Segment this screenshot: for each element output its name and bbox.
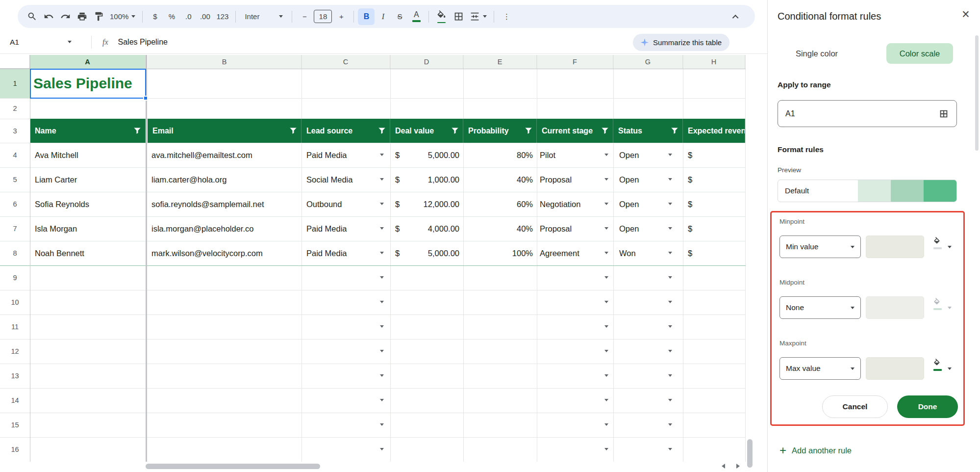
table-header-email[interactable]: Email <box>148 119 302 143</box>
cell-expected-revenue[interactable]: $4,000.00 <box>683 143 745 167</box>
dropdown-chevron-icon[interactable] <box>668 154 672 156</box>
table-header-status[interactable]: Status <box>613 119 683 143</box>
preview-style-dropdown[interactable]: Default <box>778 180 957 202</box>
tab-color-scale[interactable]: Color scale <box>886 43 953 64</box>
cancel-button[interactable]: Cancel <box>822 395 888 418</box>
name-box[interactable]: A1 <box>0 38 91 47</box>
text-color-button[interactable]: A <box>408 8 425 25</box>
cell-email[interactable]: ava.mitchell@emailtest.com <box>148 143 302 167</box>
scroll-right-icon[interactable] <box>736 464 740 469</box>
grid-corner[interactable] <box>0 55 30 69</box>
cell-current-stage[interactable]: Proposal <box>537 167 613 192</box>
dropdown-chevron-icon[interactable] <box>604 252 608 254</box>
dropdown-chevron-icon[interactable] <box>668 350 672 352</box>
row-header-2[interactable]: 2 <box>0 98 30 119</box>
format-percent-button[interactable]: % <box>163 8 180 25</box>
dropdown-chevron-icon[interactable] <box>380 301 384 303</box>
paint-format-button[interactable] <box>90 8 107 25</box>
panel-scrollbar[interactable] <box>975 35 979 151</box>
dropdown-chevron-icon[interactable] <box>604 154 608 156</box>
table-header-expected-revenue[interactable]: Expected revenue <box>683 119 745 143</box>
midpoint-select[interactable]: None <box>779 296 861 319</box>
chevron-down-icon[interactable] <box>948 246 952 248</box>
cell-lead-source[interactable]: Paid Media <box>302 241 390 265</box>
cell-email[interactable]: isla.morgan@placeholder.co <box>148 216 302 241</box>
row-header-8[interactable]: 8 <box>0 241 30 265</box>
fill-color-button[interactable] <box>433 8 450 25</box>
table-header-probability[interactable]: Probability <box>463 119 537 143</box>
cell-status[interactable]: Won <box>613 241 683 265</box>
cell-deal-value[interactable]: $1,000.00 <box>390 167 463 192</box>
minpoint-fill-color-icon[interactable] <box>931 237 944 249</box>
dropdown-chevron-icon[interactable] <box>668 203 672 205</box>
dropdown-chevron-icon[interactable] <box>380 227 384 230</box>
minpoint-select[interactable]: Min value <box>779 236 861 258</box>
chevron-down-icon[interactable] <box>948 367 952 370</box>
hide-menus-button[interactable] <box>728 8 744 25</box>
cell-deal-value[interactable]: $4,000.00 <box>390 216 463 241</box>
cell-a1-title[interactable]: Sales Pipeline <box>30 69 146 98</box>
table-header-lead-source[interactable]: Lead source <box>302 119 390 143</box>
decrease-decimal-button[interactable]: .0 <box>180 8 197 25</box>
minpoint-color-swatch[interactable] <box>866 236 924 258</box>
dropdown-chevron-icon[interactable] <box>604 423 608 426</box>
horizontal-scrollbar[interactable] <box>146 464 320 469</box>
cell-name[interactable]: Isla Morgan <box>30 216 146 241</box>
dropdown-chevron-icon[interactable] <box>604 227 608 230</box>
cell-expected-revenue[interactable]: $5,000.00 <box>683 241 745 265</box>
cell-lead-source[interactable]: Paid Media <box>302 216 390 241</box>
cell-status[interactable]: Open <box>613 167 683 192</box>
cell-probability[interactable]: 100% <box>463 241 537 265</box>
filter-icon[interactable] <box>290 128 297 134</box>
dropdown-chevron-icon[interactable] <box>380 325 384 328</box>
dropdown-chevron-icon[interactable] <box>380 203 384 205</box>
dropdown-chevron-icon[interactable] <box>604 325 608 328</box>
cell-probability[interactable]: 60% <box>463 192 537 216</box>
tab-single-color[interactable]: Single color <box>778 43 856 64</box>
row-header-14[interactable]: 14 <box>0 388 30 413</box>
dropdown-chevron-icon[interactable] <box>380 350 384 352</box>
row-header-3[interactable]: 3 <box>0 119 30 143</box>
dropdown-chevron-icon[interactable] <box>668 325 672 328</box>
formula-input[interactable]: Sales Pipeline <box>118 38 168 47</box>
filter-icon[interactable] <box>134 128 141 134</box>
dropdown-chevron-icon[interactable] <box>604 178 608 181</box>
dropdown-chevron-icon[interactable] <box>604 276 608 279</box>
cell-lead-source[interactable]: Social Media <box>302 167 390 192</box>
cell-probability[interactable]: 80% <box>463 143 537 167</box>
row-header-1[interactable]: 1 <box>0 69 30 98</box>
column-header-A[interactable]: A <box>30 55 146 69</box>
dropdown-chevron-icon[interactable] <box>668 399 672 401</box>
dropdown-chevron-icon[interactable] <box>604 350 608 352</box>
dropdown-chevron-icon[interactable] <box>604 203 608 205</box>
done-button[interactable]: Done <box>897 395 958 418</box>
dropdown-chevron-icon[interactable] <box>604 301 608 303</box>
font-dropdown[interactable]: Inter <box>240 8 288 25</box>
maxpoint-fill-color-icon[interactable] <box>931 359 944 371</box>
row-header-9[interactable]: 9 <box>0 265 30 290</box>
row-header-6[interactable]: 6 <box>0 192 30 216</box>
cell-current-stage[interactable]: Negotiation <box>537 192 613 216</box>
strikethrough-button[interactable]: S <box>391 8 408 25</box>
more-button[interactable]: ⋮ <box>498 8 515 25</box>
scroll-left-icon[interactable] <box>722 464 725 469</box>
cell-name[interactable]: Liam Carter <box>30 167 146 192</box>
cell-expected-revenue[interactable]: $7,200.00 <box>683 192 745 216</box>
italic-button[interactable]: I <box>375 8 391 25</box>
row-header-16[interactable]: 16 <box>0 437 30 462</box>
spreadsheet-grid[interactable]: ABCDEFGH12345678910111213141516NameEmail… <box>0 55 746 462</box>
cell-current-stage[interactable]: Agreement <box>537 241 613 265</box>
more-formats-button[interactable]: 123 <box>213 8 231 25</box>
print-button[interactable] <box>74 8 90 25</box>
dropdown-chevron-icon[interactable] <box>380 423 384 426</box>
add-another-rule-button[interactable]: + Add another rule <box>779 445 852 456</box>
cell-probability[interactable]: 40% <box>463 167 537 192</box>
dropdown-chevron-icon[interactable] <box>668 448 672 450</box>
cell-current-stage[interactable]: Proposal <box>537 216 613 241</box>
dropdown-chevron-icon[interactable] <box>380 154 384 156</box>
cell-deal-value[interactable]: $5,000.00 <box>390 241 463 265</box>
filter-icon[interactable] <box>602 128 608 134</box>
dropdown-chevron-icon[interactable] <box>380 399 384 401</box>
column-header-H[interactable]: H <box>683 55 745 69</box>
close-icon[interactable]: × <box>957 6 974 23</box>
